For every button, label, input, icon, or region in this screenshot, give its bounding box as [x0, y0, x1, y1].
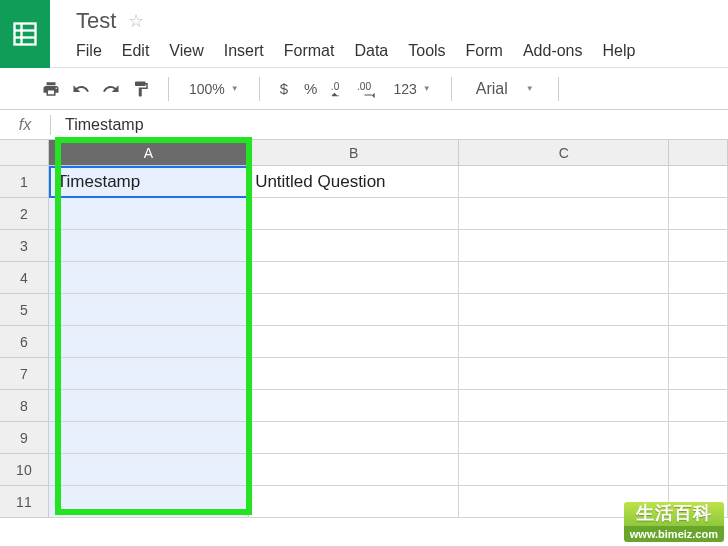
zoom-value: 100%	[189, 81, 225, 97]
row-header[interactable]: 11	[0, 486, 49, 518]
cell[interactable]	[669, 358, 728, 390]
cell[interactable]	[49, 422, 249, 454]
cell[interactable]	[669, 294, 728, 326]
increase-decimal-button[interactable]: .00	[357, 76, 383, 102]
cell-b1[interactable]: Untitled Question	[249, 166, 459, 198]
row-header[interactable]: 5	[0, 294, 49, 326]
star-icon[interactable]: ☆	[128, 10, 144, 32]
cell[interactable]	[669, 390, 728, 422]
doc-title[interactable]: Test	[76, 8, 116, 34]
menu-view[interactable]: View	[169, 42, 203, 60]
cell[interactable]	[669, 198, 728, 230]
cell[interactable]	[459, 390, 669, 422]
paint-format-icon[interactable]	[128, 76, 154, 102]
cell[interactable]	[49, 326, 249, 358]
currency-button[interactable]: $	[274, 80, 294, 97]
cell[interactable]	[459, 198, 669, 230]
table-row: 1 Timestamp Untitled Question	[0, 166, 728, 198]
cell[interactable]	[49, 294, 249, 326]
menu-edit[interactable]: Edit	[122, 42, 150, 60]
cell[interactable]	[49, 262, 249, 294]
separator	[259, 77, 260, 101]
zoom-select[interactable]: 100% ▼	[183, 81, 245, 97]
table-row: 7	[0, 358, 728, 390]
percent-button[interactable]: %	[298, 80, 323, 97]
cell[interactable]	[459, 454, 669, 486]
numfmt-label: 123	[393, 81, 416, 97]
sheets-logo[interactable]	[0, 0, 50, 68]
row-header[interactable]: 7	[0, 358, 49, 390]
table-row: 5	[0, 294, 728, 326]
table-row: 6	[0, 326, 728, 358]
print-icon[interactable]	[38, 76, 64, 102]
table-row: 9	[0, 422, 728, 454]
menu-help[interactable]: Help	[603, 42, 636, 60]
cell[interactable]	[459, 326, 669, 358]
decrease-decimal-button[interactable]: .0	[327, 76, 353, 102]
row-header[interactable]: 1	[0, 166, 49, 198]
menu-format[interactable]: Format	[284, 42, 335, 60]
svg-text:.0: .0	[331, 80, 340, 91]
row-header[interactable]: 6	[0, 326, 49, 358]
cell[interactable]	[49, 358, 249, 390]
font-name: Arial	[476, 80, 508, 98]
cell[interactable]	[249, 358, 459, 390]
row-header[interactable]: 10	[0, 454, 49, 486]
col-header-c[interactable]: C	[459, 140, 669, 166]
menu-file[interactable]: File	[76, 42, 102, 60]
cell[interactable]	[459, 294, 669, 326]
font-select[interactable]: Arial ▼	[466, 80, 544, 98]
col-header-a[interactable]: A	[49, 140, 249, 166]
menu-addons[interactable]: Add-ons	[523, 42, 583, 60]
sheets-icon	[11, 20, 39, 48]
number-format-button[interactable]: 123 ▼	[387, 81, 436, 97]
redo-icon[interactable]	[98, 76, 124, 102]
cell[interactable]	[49, 486, 249, 518]
cell[interactable]	[669, 454, 728, 486]
cell[interactable]	[669, 230, 728, 262]
col-header-d[interactable]	[669, 140, 728, 166]
cell[interactable]	[669, 422, 728, 454]
row-header[interactable]: 8	[0, 390, 49, 422]
row-header[interactable]: 9	[0, 422, 49, 454]
cell-d1[interactable]	[669, 166, 728, 198]
chevron-down-icon: ▼	[423, 84, 431, 93]
cell[interactable]	[249, 230, 459, 262]
undo-icon[interactable]	[68, 76, 94, 102]
cell[interactable]	[49, 230, 249, 262]
formula-bar: fx Timestamp	[0, 110, 728, 140]
cell[interactable]	[49, 454, 249, 486]
cell[interactable]	[49, 390, 249, 422]
cell[interactable]	[459, 262, 669, 294]
select-all-corner[interactable]	[0, 140, 49, 166]
chevron-down-icon: ▼	[231, 84, 239, 93]
separator	[50, 115, 51, 135]
menu-tools[interactable]: Tools	[408, 42, 445, 60]
cell[interactable]	[249, 326, 459, 358]
row-header[interactable]: 4	[0, 262, 49, 294]
cell[interactable]	[669, 262, 728, 294]
menu-data[interactable]: Data	[354, 42, 388, 60]
col-header-b[interactable]: B	[249, 140, 459, 166]
menu-form[interactable]: Form	[466, 42, 503, 60]
cell[interactable]	[249, 262, 459, 294]
cell[interactable]	[249, 390, 459, 422]
cell[interactable]	[249, 294, 459, 326]
row-header[interactable]: 3	[0, 230, 49, 262]
cell[interactable]	[249, 486, 459, 518]
cell-c1[interactable]	[459, 166, 669, 198]
cell[interactable]	[459, 230, 669, 262]
cell[interactable]	[459, 358, 669, 390]
cell-a1[interactable]: Timestamp	[49, 166, 249, 198]
cell[interactable]	[669, 326, 728, 358]
cell[interactable]	[49, 198, 249, 230]
table-row: 4	[0, 262, 728, 294]
menu-insert[interactable]: Insert	[224, 42, 264, 60]
watermark-url: www.bimeiz.com	[624, 526, 724, 542]
row-header[interactable]: 2	[0, 198, 49, 230]
cell[interactable]	[459, 422, 669, 454]
cell[interactable]	[249, 198, 459, 230]
cell[interactable]	[249, 422, 459, 454]
cell[interactable]	[249, 454, 459, 486]
formula-value[interactable]: Timestamp	[65, 116, 144, 134]
